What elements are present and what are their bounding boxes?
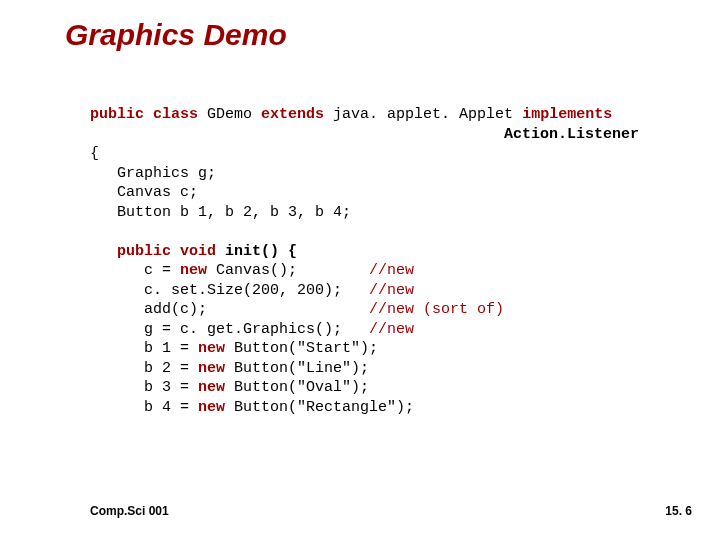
keyword-class: class — [153, 106, 198, 123]
keyword-new5: new — [198, 399, 225, 416]
action-listener: Action.Listener — [504, 126, 639, 143]
classname: GDemo — [198, 106, 261, 123]
comment-new1: //new — [369, 262, 414, 279]
footer-page: 15. 6 — [665, 504, 692, 518]
init-indent — [90, 243, 117, 260]
line-b2-post: Button("Line"); — [225, 360, 369, 377]
keyword-public2: public — [117, 243, 171, 260]
open-brace: { — [90, 145, 99, 162]
line-b1-post: Button("Start"); — [225, 340, 378, 357]
keyword-new3: new — [198, 360, 225, 377]
comment-new4: //new — [369, 321, 414, 338]
applet-class: java. applet. Applet — [324, 106, 522, 123]
slide-title: Graphics Demo — [65, 18, 287, 52]
keyword-extends: extends — [261, 106, 324, 123]
line-addc: add(c); — [90, 301, 369, 318]
line-b4-pre: b 4 = — [90, 399, 198, 416]
line-b3-pre: b 3 = — [90, 379, 198, 396]
keyword-new4: new — [198, 379, 225, 396]
line-b4-post: Button("Rectangle"); — [225, 399, 414, 416]
keyword-public: public — [90, 106, 144, 123]
keyword-new2: new — [198, 340, 225, 357]
keyword-implements: implements — [522, 106, 612, 123]
line-b2-pre: b 2 = — [90, 360, 198, 377]
line-canvas-new-pre: c = — [90, 262, 180, 279]
keyword-new1: new — [180, 262, 207, 279]
line-b3-post: Button("Oval"); — [225, 379, 369, 396]
code-block: public class GDemo extends java. applet.… — [90, 105, 639, 417]
line-canvas-new-post: Canvas(); — [207, 262, 369, 279]
field-buttons: Button b 1, b 2, b 3, b 4; — [90, 204, 351, 221]
line-setsize: c. set.Size(200, 200); — [90, 282, 369, 299]
line-b1-pre: b 1 = — [90, 340, 198, 357]
footer-course: Comp.Sci 001 — [90, 504, 169, 518]
keyword-void: void — [180, 243, 216, 260]
field-canvas: Canvas c; — [90, 184, 198, 201]
comment-new3: //new (sort of) — [369, 301, 504, 318]
init-sig: init() { — [216, 243, 297, 260]
comment-new2: //new — [369, 282, 414, 299]
line-getgraphics: g = c. get.Graphics(); — [90, 321, 369, 338]
field-graphics: Graphics g; — [90, 165, 216, 182]
